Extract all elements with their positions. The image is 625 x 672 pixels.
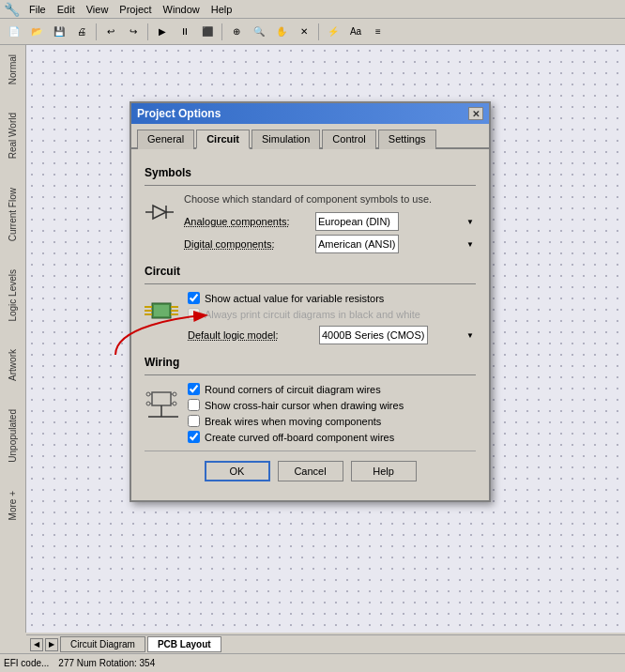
analogue-label: Analogue components: bbox=[184, 216, 315, 227]
bottom-tab-circuit[interactable]: Circuit Diagram bbox=[60, 636, 145, 652]
close-button[interactable]: ✕ bbox=[468, 107, 483, 120]
circuit-header: Circuit bbox=[145, 265, 476, 278]
ok-button[interactable]: OK bbox=[205, 461, 270, 481]
wiring-checkbox3[interactable] bbox=[188, 415, 200, 427]
run-btn[interactable]: ▶ bbox=[152, 22, 173, 42]
digital-row: Digital components: American (ANSI) Euro… bbox=[184, 235, 476, 253]
menu-window[interactable]: Window bbox=[158, 2, 206, 17]
sidebar-currentflow: Current Flow bbox=[8, 188, 18, 241]
left-sidebar: Normal Real World Current Flow Logic Lev… bbox=[0, 45, 26, 633]
analogue-select-wrapper: European (DIN) American (ANSI) bbox=[315, 212, 476, 231]
circuit-checkbox2[interactable] bbox=[188, 308, 200, 320]
wiring-checkbox1[interactable] bbox=[188, 383, 200, 395]
digital-select-wrapper: American (ANSI) European (DIN) bbox=[315, 235, 476, 253]
cross-btn[interactable]: ✕ bbox=[294, 22, 314, 42]
circuit-row: Show actual value for variable resistors… bbox=[145, 292, 476, 348]
menu-view[interactable]: View bbox=[81, 2, 114, 17]
open-btn[interactable]: 📂 bbox=[26, 22, 47, 42]
mode-btn[interactable]: ⊕ bbox=[226, 22, 247, 42]
main-area: Normal Real World Current Flow Logic Lev… bbox=[0, 45, 625, 633]
analogue-select[interactable]: European (DIN) American (ANSI) bbox=[315, 212, 399, 231]
dialog-title: Project Options bbox=[137, 107, 221, 120]
dialog-body: Symbols Choose which standard of compone… bbox=[131, 149, 489, 500]
symbols-header: Symbols bbox=[145, 166, 476, 179]
sep4 bbox=[318, 23, 319, 40]
logic-model-row: Default logic model: 4000B Series (CMOS)… bbox=[188, 326, 476, 344]
tab-simulation[interactable]: Simulation bbox=[252, 130, 320, 149]
svg-rect-12 bbox=[152, 392, 171, 405]
status-coords: 277 Num Rotation: 354 bbox=[58, 658, 155, 668]
svg-point-14 bbox=[146, 402, 150, 405]
project-options-dialog: Project Options ✕ General Circuit Simula… bbox=[130, 101, 491, 502]
wiring-divider bbox=[145, 374, 476, 375]
stop-btn[interactable]: ⬛ bbox=[197, 22, 218, 42]
menu-edit[interactable]: Edit bbox=[52, 2, 81, 17]
circuit-icon bbox=[145, 294, 178, 330]
sidebar-normal: Normal bbox=[8, 54, 18, 84]
wiring-checkbox4[interactable] bbox=[188, 431, 200, 443]
tab-circuit[interactable]: Circuit bbox=[196, 130, 250, 149]
digital-label: Digital components: bbox=[184, 238, 315, 250]
circuit-divider bbox=[145, 283, 476, 284]
circuit-checkbox2-label: Always print circuit diagrams in black a… bbox=[205, 309, 420, 320]
bottom-tabs: ◀ ▶ Circuit Diagram PCB Layout bbox=[26, 634, 625, 653]
wiring-header: Wiring bbox=[145, 356, 476, 369]
step-btn[interactable]: ⏸ bbox=[175, 22, 195, 42]
menu-file[interactable]: File bbox=[23, 2, 52, 17]
wiring-checkbox2[interactable] bbox=[188, 399, 200, 411]
circuit-content: Show actual value for variable resistors… bbox=[188, 292, 476, 348]
canvas-area: Project Options ✕ General Circuit Simula… bbox=[26, 45, 625, 633]
scroll-right[interactable]: ▶ bbox=[45, 638, 58, 651]
status-text: EFI code... bbox=[4, 658, 49, 668]
wiring-checkbox3-label: Break wires when moving components bbox=[205, 416, 381, 427]
menubar: 🔧 File Edit View Project Window Help bbox=[0, 0, 625, 19]
zoom-btn[interactable]: 🔍 bbox=[249, 22, 269, 42]
svg-point-13 bbox=[146, 392, 150, 396]
undo-btn[interactable]: ↩ bbox=[100, 22, 121, 42]
symbols-desc: Choose which standard of component symbo… bbox=[184, 193, 476, 205]
toolbar: 📄 📂 💾 🖨 ↩ ↪ ▶ ⏸ ⬛ ⊕ 🔍 ✋ ✕ ⚡ Aa ≡ bbox=[0, 19, 625, 45]
save-btn[interactable]: 💾 bbox=[49, 22, 69, 42]
logic-model-select[interactable]: 4000B Series (CMOS) 74 Series (TTL) bbox=[319, 326, 428, 344]
scroll-nav: ◀ ▶ bbox=[30, 638, 58, 651]
svg-rect-5 bbox=[154, 305, 169, 316]
text-btn[interactable]: Aa bbox=[345, 22, 366, 42]
new-btn[interactable]: 📄 bbox=[4, 22, 24, 42]
sep3 bbox=[221, 23, 222, 40]
tab-control[interactable]: Control bbox=[322, 130, 375, 149]
sidebar-artwork: Artwork bbox=[8, 349, 18, 381]
cancel-button[interactable]: Cancel bbox=[278, 461, 343, 481]
tab-settings[interactable]: Settings bbox=[378, 130, 436, 149]
circuit-checkbox1[interactable] bbox=[188, 292, 200, 304]
wiring-checkbox4-row: Create curved off-board component wires bbox=[188, 431, 476, 443]
wire-btn[interactable]: ⚡ bbox=[323, 22, 343, 42]
menu-project[interactable]: Project bbox=[114, 2, 157, 17]
dialog-footer: OK Cancel Help bbox=[145, 451, 476, 491]
wiring-checkbox1-label: Round corners of circuit diagram wires bbox=[205, 384, 381, 395]
bus-btn[interactable]: ≡ bbox=[368, 22, 389, 42]
bottom-tab-pcb[interactable]: PCB Layout bbox=[147, 636, 221, 652]
sidebar-more[interactable]: More + bbox=[8, 491, 18, 520]
logic-model-label: Default logic model: bbox=[188, 329, 319, 341]
wiring-checkbox2-label: Show cross-hair cursor when drawing wire… bbox=[205, 400, 404, 411]
symbols-divider bbox=[145, 185, 476, 186]
tab-bar: General Circuit Simulation Control Setti… bbox=[131, 124, 489, 149]
sidebar-logiclevels: Logic Levels bbox=[8, 269, 18, 322]
pan-btn[interactable]: ✋ bbox=[271, 22, 292, 42]
wiring-checkbox4-label: Create curved off-board component wires bbox=[205, 432, 394, 443]
circuit-checkbox1-label: Show actual value for variable resistors bbox=[205, 293, 384, 304]
logic-model-select-wrapper: 4000B Series (CMOS) 74 Series (TTL) bbox=[319, 326, 476, 344]
redo-btn[interactable]: ↪ bbox=[123, 22, 144, 42]
symbols-icon bbox=[145, 197, 175, 227]
help-button[interactable]: Help bbox=[351, 461, 417, 481]
tab-general[interactable]: General bbox=[137, 130, 194, 149]
wiring-icon bbox=[145, 385, 178, 435]
scroll-left[interactable]: ◀ bbox=[30, 638, 43, 651]
wiring-content: Round corners of circuit diagram wires S… bbox=[188, 383, 476, 447]
digital-select[interactable]: American (ANSI) European (DIN) bbox=[315, 235, 399, 253]
svg-point-16 bbox=[173, 402, 176, 405]
wiring-checkbox1-row: Round corners of circuit diagram wires bbox=[188, 383, 476, 395]
statusbar: EFI code... 277 Num Rotation: 354 bbox=[0, 653, 625, 672]
menu-help[interactable]: Help bbox=[206, 2, 238, 17]
print-btn[interactable]: 🖨 bbox=[71, 22, 92, 42]
